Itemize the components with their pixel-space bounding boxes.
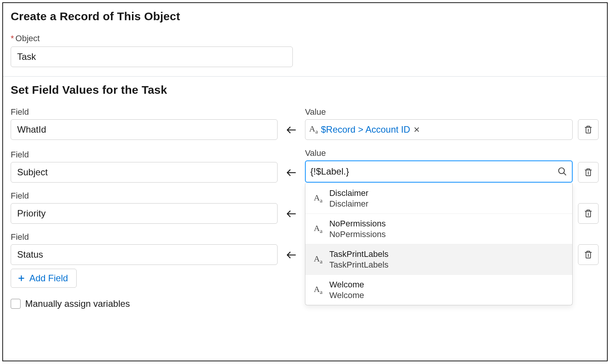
dropdown-item[interactable]: Aa Welcome Welcome [305,274,572,305]
object-input-value: Task [17,51,36,62]
field-label: Field [11,232,278,242]
section-set-field-values: Set Field Values for the Task Field What… [3,77,607,318]
dropdown-item-sub: NoPermissions [329,229,386,240]
field-value-row: Field Subject Value Aa Disclaimer [11,148,599,183]
object-input[interactable]: Task [11,47,293,67]
resource-dropdown: Aa Disclaimer Disclaimer Aa NoPermission… [305,183,573,305]
delete-row-button[interactable] [578,162,599,183]
arrow-left-icon [286,125,297,135]
dropdown-item-title: Welcome [329,279,364,290]
plus-icon [17,274,26,282]
dropdown-item[interactable]: Aa Disclaimer Disclaimer [305,183,572,213]
trash-icon [584,168,593,177]
manually-assign-label: Manually assign variables [25,298,130,309]
object-label: *Object [11,34,599,43]
delete-row-button[interactable] [578,203,599,224]
resource-pill-label: $Record > Account ID [321,124,410,135]
dropdown-item-sub: Disclaimer [329,199,369,209]
text-type-icon: Aa [309,125,318,135]
assignment-arrow [283,125,300,140]
assignment-arrow [283,167,300,183]
section-heading: Set Field Values for the Task [11,83,599,96]
arrow-left-icon [286,167,297,178]
arrow-left-icon [286,250,297,260]
arrow-left-icon [286,208,297,219]
field-label: Field [11,107,278,117]
required-indicator: * [11,34,14,43]
section-heading: Create a Record of This Object [11,10,599,23]
dropdown-item-sub: TaskPrintLabels [329,260,388,270]
assignment-arrow [283,250,300,265]
manually-assign-checkbox[interactable] [11,299,21,309]
dropdown-item[interactable]: Aa NoPermissions NoPermissions [305,213,572,244]
section-create-record: Create a Record of This Object *Object T… [3,3,607,77]
dropdown-item-sub: Welcome [329,290,364,301]
value-search-input[interactable] [310,165,557,178]
svg-line-7 [563,173,566,175]
text-type-icon: Aa [314,255,323,265]
field-input-value: Priority [17,208,46,219]
search-icon [557,167,567,176]
trash-icon [584,209,593,218]
assignment-arrow [283,208,300,224]
field-input[interactable]: WhatId [11,119,278,140]
svg-point-6 [559,168,564,173]
close-icon[interactable] [413,126,420,133]
field-input[interactable]: Status [11,244,278,265]
field-input[interactable]: Subject [11,162,278,183]
field-label: Field [11,191,278,201]
add-field-button[interactable]: Add Field [11,269,77,288]
field-input-value: WhatId [17,124,46,135]
dropdown-item-texts: TaskPrintLabels TaskPrintLabels [329,249,388,270]
field-label: Field [11,150,278,160]
dropdown-item-texts: NoPermissions NoPermissions [329,218,386,239]
value-input[interactable]: Aa $Record > Account ID [305,119,573,140]
value-search-input-box[interactable] [305,160,573,183]
text-type-icon: Aa [314,224,323,234]
resource-pill[interactable]: $Record > Account ID [321,124,420,135]
value-label: Value [305,107,573,117]
delete-row-button[interactable] [578,119,599,140]
dropdown-item-title: Disclaimer [329,188,369,199]
text-type-icon: Aa [314,194,323,204]
dropdown-item-title: NoPermissions [329,218,386,229]
dropdown-item[interactable]: Aa TaskPrintLabels TaskPrintLabels [305,244,572,274]
add-field-label: Add Field [29,273,68,284]
value-label: Value [305,148,573,158]
field-value-row: Field WhatId Value Aa $Record > Account … [11,107,599,140]
dropdown-item-texts: Welcome Welcome [329,279,364,300]
field-input-value: Subject [17,167,48,178]
trash-icon [584,125,593,134]
dropdown-item-texts: Disclaimer Disclaimer [329,188,369,209]
field-input[interactable]: Priority [11,203,278,224]
field-input-value: Status [17,249,43,260]
text-type-icon: Aa [314,285,323,295]
value-input-wrap: Aa Disclaimer Disclaimer Aa NoPermission… [305,160,573,183]
create-record-panel: Create a Record of This Object *Object T… [2,2,608,361]
delete-row-button[interactable] [578,244,599,265]
trash-icon [584,250,593,259]
dropdown-item-title: TaskPrintLabels [329,249,388,260]
